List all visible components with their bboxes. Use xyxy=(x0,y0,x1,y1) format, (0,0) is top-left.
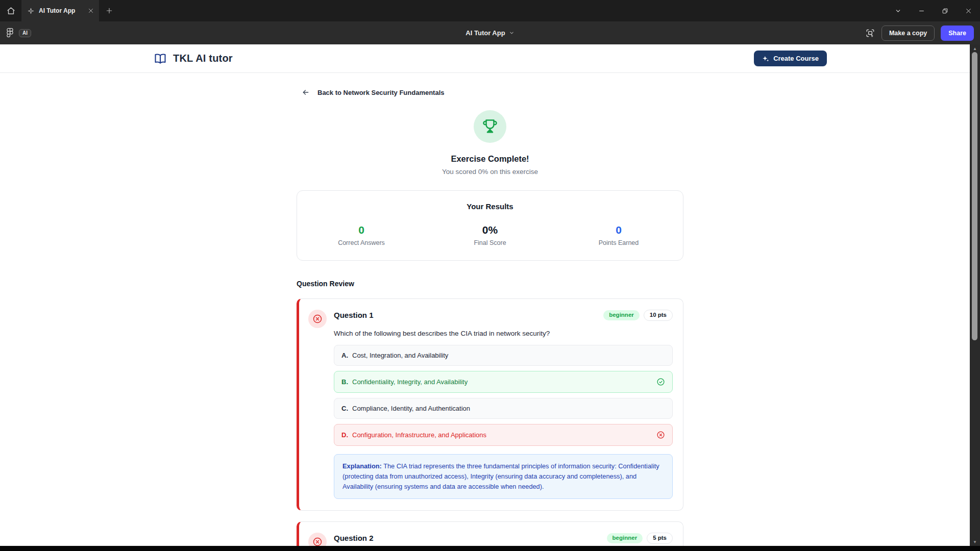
brand: TKL AI tutor xyxy=(153,53,233,65)
maximize-button[interactable] xyxy=(933,0,957,21)
chevron-down-icon xyxy=(895,8,901,14)
stat-final-score: 0% Final Score xyxy=(426,224,554,246)
window-bottom-edge xyxy=(0,546,980,551)
question-card-1: Question 1 beginner 10 pts Which of the … xyxy=(297,298,683,511)
question-review-title: Question Review xyxy=(297,280,683,288)
share-button[interactable]: Share xyxy=(941,26,974,41)
x-circle-icon xyxy=(312,314,323,324)
app-title[interactable]: AI Tutor App xyxy=(465,29,505,37)
tab-ai-tutor-app[interactable]: AI Tutor App xyxy=(21,0,99,21)
new-tab-button[interactable] xyxy=(99,0,119,21)
app-header: TKL AI tutor Create Course xyxy=(0,44,980,73)
option-text: Configuration, Infrastructure, and Appli… xyxy=(352,431,651,439)
close-icon xyxy=(965,8,972,14)
x-circle-icon xyxy=(312,537,323,546)
stat-value: 0% xyxy=(426,224,554,236)
back-link[interactable]: Back to Network Security Fundamentals xyxy=(297,88,683,96)
stat-label: Final Score xyxy=(426,239,554,246)
restore-icon xyxy=(942,8,948,14)
book-icon xyxy=(153,53,167,65)
back-link-label: Back to Network Security Fundamentals xyxy=(317,89,445,96)
sparkles-icon xyxy=(762,55,769,62)
toolbar-right: Make a copy Share xyxy=(865,26,974,41)
window-menu-button[interactable] xyxy=(886,0,910,21)
plus-icon xyxy=(106,7,113,14)
option-a[interactable]: A. Cost, Integration, and Availability xyxy=(334,345,673,366)
trophy-icon xyxy=(482,119,498,134)
preview-icon[interactable] xyxy=(865,28,875,38)
check-circle-icon xyxy=(656,378,665,386)
minimize-button[interactable] xyxy=(910,0,933,21)
app-window: AI Tutor App xyxy=(0,0,980,551)
question-card-2: Question 2 beginner 5 pts Firewall rules… xyxy=(297,521,683,546)
close-window-button[interactable] xyxy=(957,0,980,21)
level-badge: beginner xyxy=(603,310,640,320)
stat-points-earned: 0 Points Earned xyxy=(554,224,683,246)
points-badge: 10 pts xyxy=(644,310,673,321)
scroll-down-icon[interactable]: ▼ xyxy=(970,538,980,546)
scrollbar-thumb[interactable] xyxy=(972,52,977,340)
stat-value: 0 xyxy=(297,224,426,236)
tab-title: AI Tutor App xyxy=(39,7,83,14)
toolbar-left: AI xyxy=(6,28,31,38)
completion-hero: Exercise Complete! You scored 0% on this… xyxy=(297,110,683,176)
option-d-wrong[interactable]: D. Configuration, Infrastructure, and Ap… xyxy=(334,424,673,446)
make-tab-icon xyxy=(28,8,34,14)
explanation-label: Explanation: xyxy=(342,462,382,470)
incorrect-status-circle xyxy=(308,310,327,328)
home-icon xyxy=(7,7,15,15)
option-c[interactable]: C. Compliance, Identity, and Authenticat… xyxy=(334,398,673,419)
question-body: Question 2 beginner 5 pts Firewall rules… xyxy=(334,533,673,546)
app-canvas: TKL AI tutor Create Course Back to Netwo… xyxy=(0,44,980,546)
question-title: Question 2 xyxy=(334,534,374,542)
tab-bar-spacer xyxy=(119,0,886,21)
complete-title: Exercise Complete! xyxy=(297,154,683,164)
points-badge: 5 pts xyxy=(647,533,673,544)
results-stats: 0 Correct Answers 0% Final Score 0 Point… xyxy=(297,224,683,246)
option-letter: C. xyxy=(341,405,348,412)
figma-logo-icon[interactable] xyxy=(6,28,14,38)
vertical-scrollbar[interactable]: ▲ ▼ xyxy=(970,44,980,546)
trophy-circle xyxy=(474,110,506,143)
question-options: A. Cost, Integration, and Availability B… xyxy=(334,345,673,446)
complete-subtitle: You scored 0% on this exercise xyxy=(297,168,683,176)
question-title: Question 1 xyxy=(334,311,374,319)
option-text: Compliance, Identity, and Authentication xyxy=(352,405,665,412)
create-course-button[interactable]: Create Course xyxy=(754,51,827,66)
option-text: Confidentiality, Integrity, and Availabi… xyxy=(352,378,651,386)
results-card: Your Results 0 Correct Answers 0% Final … xyxy=(297,190,683,261)
window-controls xyxy=(886,0,980,21)
scroll-up-icon[interactable]: ▲ xyxy=(970,44,980,53)
option-letter: A. xyxy=(341,352,348,359)
stat-label: Correct Answers xyxy=(297,239,426,246)
make-a-copy-button[interactable]: Make a copy xyxy=(881,26,935,41)
stat-label: Points Earned xyxy=(554,239,683,246)
toolbar-center: AI Tutor App xyxy=(0,21,980,44)
incorrect-status-circle xyxy=(308,533,327,546)
x-circle-icon xyxy=(656,431,665,439)
back-arrow-icon xyxy=(302,88,310,96)
tab-bar: AI Tutor App xyxy=(0,0,980,21)
title-chevron-icon[interactable] xyxy=(509,30,514,36)
main-toolbar: AI AI Tutor App Make a copy Share xyxy=(0,21,980,44)
close-tab-icon[interactable] xyxy=(88,8,94,14)
option-b-correct[interactable]: B. Confidentiality, Integrity, and Avail… xyxy=(334,371,673,393)
create-course-label: Create Course xyxy=(773,55,819,62)
explanation-text: The CIA triad represents the three funda… xyxy=(342,462,659,490)
option-text: Cost, Integration, and Availability xyxy=(352,352,665,359)
question-badges: beginner 5 pts xyxy=(607,533,673,544)
results-title: Your Results xyxy=(297,202,683,211)
page-content: Back to Network Security Fundamentals Ex… xyxy=(297,88,683,546)
option-letter: D. xyxy=(341,431,348,439)
home-button[interactable] xyxy=(0,0,21,21)
stat-correct-answers: 0 Correct Answers xyxy=(297,224,426,246)
option-letter: B. xyxy=(341,378,348,386)
minimize-icon xyxy=(918,8,925,14)
question-body: Question 1 beginner 10 pts Which of the … xyxy=(334,310,673,499)
question-text: Which of the following best describes th… xyxy=(334,330,673,337)
level-badge: beginner xyxy=(607,533,643,543)
brand-name: TKL AI tutor xyxy=(173,53,233,64)
ai-badge: AI xyxy=(19,29,31,37)
question-badges: beginner 10 pts xyxy=(603,310,673,321)
explanation-box: Explanation: The CIA triad represents th… xyxy=(334,454,673,499)
